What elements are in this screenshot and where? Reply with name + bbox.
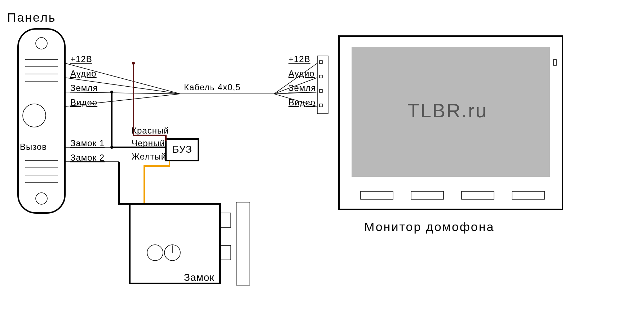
- right-line-gnd: Земля: [288, 83, 316, 93]
- panel-screw-top: [36, 38, 47, 49]
- monitor-led: [553, 60, 556, 65]
- terminal-block: [317, 56, 328, 114]
- lock-strike-plate: [236, 202, 250, 285]
- wire-yellow-label: Желтый: [132, 152, 166, 161]
- left-line-12v: +12В: [70, 54, 92, 64]
- wire-black-label: Черный: [132, 138, 165, 148]
- svg-point-24: [132, 62, 135, 65]
- lock-body: [130, 204, 220, 283]
- svg-rect-20: [319, 90, 322, 92]
- buz-label: БУЗ: [172, 144, 192, 155]
- panel-camera: [23, 104, 46, 127]
- wire-yellow: [144, 161, 169, 204]
- svg-rect-27: [220, 213, 231, 227]
- lock2-label: Замок 2: [70, 153, 105, 162]
- svg-rect-18: [319, 61, 322, 64]
- monitor-button-4[interactable]: [512, 191, 544, 199]
- left-line-audio: Аудио: [70, 69, 97, 78]
- lock-label: Замок: [184, 272, 215, 283]
- right-line-audio: Аудио: [288, 69, 315, 78]
- wire-red-label: Красный: [132, 126, 169, 135]
- monitor-button-1[interactable]: [361, 191, 393, 199]
- right-line-12v: +12В: [288, 54, 310, 64]
- cable-label: Кабель 4х0,5: [184, 82, 241, 92]
- lock-cylinder-1: [147, 245, 163, 261]
- panel-screw-bottom: [36, 193, 47, 204]
- right-line-video: Видео: [288, 97, 316, 107]
- monitor-button-2[interactable]: [411, 191, 444, 199]
- monitor-button-3[interactable]: [462, 191, 494, 199]
- svg-rect-19: [319, 75, 322, 78]
- wiring-diagram: Панель Вызов +12В Аудио Земля Видео Кабе…: [0, 0, 577, 296]
- left-line-video: Видео: [70, 97, 97, 107]
- lock1-label: Замок 1: [70, 138, 105, 148]
- svg-rect-21: [319, 104, 322, 107]
- svg-line-10: [65, 92, 180, 94]
- wire-black-to-lock: [119, 162, 130, 204]
- left-line-gnd: Земля: [70, 83, 98, 93]
- panel-body: [18, 29, 65, 213]
- monitor-screen-text: TLBR.ru: [407, 100, 488, 121]
- monitor-title: Монитор домофона: [364, 220, 494, 234]
- panel-title: Панель: [7, 10, 56, 24]
- panel-call-label: Вызов: [20, 142, 47, 152]
- svg-rect-28: [220, 245, 231, 260]
- svg-point-26: [110, 146, 113, 149]
- svg-point-25: [110, 91, 113, 93]
